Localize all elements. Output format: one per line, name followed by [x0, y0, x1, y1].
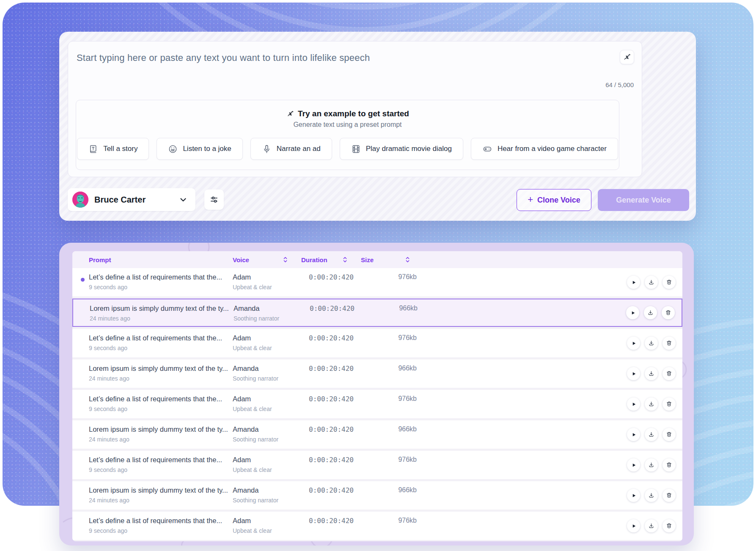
- voice-avatar: [72, 192, 88, 208]
- history-row[interactable]: Let’s define a list of requirements that…: [72, 451, 682, 479]
- size-cell: 966kb: [361, 420, 423, 449]
- download-button[interactable]: [645, 397, 658, 411]
- example-tell-a-story-button[interactable]: Tell a story: [77, 138, 149, 160]
- row-voice-name: Amanda: [233, 425, 301, 433]
- column-label: Voice: [233, 256, 249, 263]
- microphone-icon: [262, 144, 272, 154]
- duration-cell: 0:00:20:420: [301, 420, 361, 449]
- actions-cell: [423, 390, 682, 418]
- duration-cell: 0:00:20:420: [301, 451, 361, 479]
- prompt-cell: Let’s define a list of requirements that…: [72, 451, 233, 479]
- clone-voice-label: Clone Voice: [537, 196, 580, 205]
- history-row[interactable]: Let’s define a list of requirements that…: [72, 329, 682, 357]
- play-button[interactable]: [627, 519, 640, 532]
- play-icon: [631, 341, 636, 346]
- play-button[interactable]: [627, 276, 640, 289]
- play-button[interactable]: [626, 306, 639, 319]
- actions-cell: [423, 359, 682, 388]
- sort-size-button[interactable]: [405, 256, 410, 263]
- delete-button[interactable]: [663, 337, 676, 350]
- play-button[interactable]: [627, 397, 640, 411]
- trash-icon: [666, 279, 672, 285]
- download-button[interactable]: [644, 306, 657, 319]
- delete-button[interactable]: [662, 306, 675, 319]
- history-row[interactable]: Lorem ipsum is simply dummy text of the …: [72, 359, 682, 388]
- generate-voice-button[interactable]: Generate Voice: [598, 189, 689, 211]
- download-button[interactable]: [645, 458, 658, 472]
- history-row[interactable]: Let’s define a list of requirements that…: [72, 390, 682, 418]
- delete-button[interactable]: [663, 458, 676, 472]
- voice-settings-button[interactable]: [204, 189, 224, 210]
- history-row[interactable]: Let’s define a list of requirements that…: [72, 512, 682, 540]
- row-voice-name: Adam: [233, 456, 301, 464]
- download-button[interactable]: [645, 367, 658, 380]
- row-timestamp: 9 seconds ago: [89, 466, 233, 473]
- history-table-header: Prompt Voice Duration: [72, 251, 682, 268]
- download-icon: [647, 310, 654, 316]
- play-icon: [631, 402, 636, 407]
- voice-cell: AdamUpbeat & clear: [233, 268, 301, 296]
- history-row[interactable]: Lorem ipsum is simply dummy text of the …: [72, 481, 682, 510]
- row-duration: 0:00:20:420: [309, 517, 354, 525]
- row-voice-style: Upbeat & clear: [233, 406, 301, 412]
- delete-button[interactable]: [663, 428, 676, 441]
- speech-text-input[interactable]: Start typing here or paste any text you …: [68, 41, 642, 177]
- actions-cell: [423, 420, 682, 449]
- row-size: 966kb: [398, 365, 417, 372]
- history-row[interactable]: Let’s define a list of requirements that…: [72, 268, 682, 296]
- row-size: 976kb: [398, 517, 417, 524]
- download-button[interactable]: [645, 519, 658, 532]
- history-row[interactable]: Lorem ipsum is simply dummy text of the …: [72, 299, 682, 327]
- play-icon: [631, 493, 636, 498]
- example-listen-to-a-joke-button[interactable]: Listen to a joke: [157, 138, 242, 160]
- voice-name: Bruce Carter: [94, 195, 146, 205]
- size-cell: 976kb: [361, 512, 423, 540]
- column-header-size: Size: [361, 256, 423, 263]
- delete-button[interactable]: [663, 276, 676, 289]
- play-button[interactable]: [627, 489, 640, 502]
- size-cell: 976kb: [361, 451, 423, 479]
- sort-voice-button[interactable]: [283, 256, 288, 263]
- voice-selector[interactable]: Bruce Carter: [68, 188, 195, 211]
- download-button[interactable]: [645, 337, 658, 350]
- delete-button[interactable]: [663, 519, 676, 532]
- voice-cell: AmandaSoothing narrator: [233, 481, 301, 510]
- play-button[interactable]: [627, 367, 640, 380]
- clone-voice-button[interactable]: + Clone Voice: [517, 189, 591, 211]
- row-voice-name: Adam: [233, 273, 301, 281]
- row-timestamp: 9 seconds ago: [89, 345, 233, 351]
- history-row[interactable]: Lorem ipsum is simply dummy text of the …: [72, 420, 682, 449]
- play-button[interactable]: [627, 458, 640, 472]
- delete-button[interactable]: [663, 367, 676, 380]
- play-button[interactable]: [627, 337, 640, 350]
- sort-duration-button[interactable]: [343, 256, 347, 263]
- play-icon: [630, 310, 635, 315]
- size-cell: 976kb: [361, 268, 423, 296]
- prompt-cell: Let’s define a list of requirements that…: [72, 512, 233, 540]
- example-video-game-character-button[interactable]: Hear from a video game character: [471, 138, 618, 160]
- download-icon: [648, 279, 654, 285]
- row-timestamp: 9 seconds ago: [89, 284, 233, 291]
- duration-cell: 0:00:20:420: [301, 268, 361, 296]
- prompt-cell: Let’s define a list of requirements that…: [72, 268, 233, 296]
- play-button[interactable]: [627, 428, 640, 441]
- delete-button[interactable]: [663, 489, 676, 502]
- trash-icon: [666, 340, 672, 346]
- example-narrate-an-ad-button[interactable]: Narrate an ad: [250, 138, 332, 160]
- trash-icon: [666, 401, 672, 407]
- sort-icon: [283, 256, 288, 263]
- download-button[interactable]: [645, 428, 658, 441]
- history-table: Prompt Voice Duration: [72, 251, 682, 541]
- delete-button[interactable]: [663, 397, 676, 411]
- row-voice-style: Upbeat & clear: [233, 466, 301, 473]
- duration-cell: 0:00:20:420: [302, 299, 362, 326]
- row-size: 976kb: [398, 395, 417, 402]
- size-cell: 966kb: [362, 299, 424, 326]
- download-button[interactable]: [645, 276, 658, 289]
- play-icon: [631, 524, 636, 529]
- ai-generate-button[interactable]: [620, 50, 634, 64]
- row-voice-name: Amanda: [234, 304, 302, 313]
- example-movie-dialog-button[interactable]: Play dramatic movie dialog: [340, 138, 463, 160]
- download-button[interactable]: [645, 489, 658, 502]
- duration-cell: 0:00:20:420: [301, 512, 361, 540]
